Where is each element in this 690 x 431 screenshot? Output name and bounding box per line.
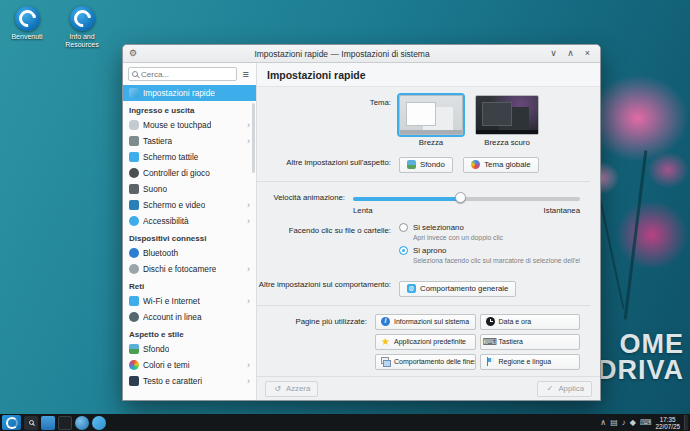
chevron-right-icon: › xyxy=(247,377,250,386)
start-menu-button[interactable] xyxy=(2,415,21,430)
touchscreen-icon xyxy=(129,152,139,162)
global-theme-button[interactable]: Tema globale xyxy=(463,157,538,173)
sidebar-item-tastiera[interactable]: Tastiera › xyxy=(123,133,256,149)
quick-settings-page: Impostazioni rapide Tema: Brezza xyxy=(257,63,600,400)
openmandriva-logo-icon xyxy=(15,6,40,31)
wifi-icon xyxy=(129,296,139,306)
search-box[interactable] xyxy=(128,67,237,81)
animation-speed-slider[interactable] xyxy=(353,192,580,204)
sidebar-item-colori-temi[interactable]: Colori e temi › xyxy=(123,357,256,373)
sidebar-item-controller-gioco[interactable]: Controller di gioco xyxy=(123,165,256,181)
general-behavior-button[interactable]: ⚙ Comportamento generale xyxy=(399,281,516,297)
radio-si-selezionano[interactable]: Si selezionano xyxy=(399,223,580,232)
sidebar-scrollbar[interactable] xyxy=(252,103,255,173)
sidebar-item-sfondo[interactable]: Sfondo xyxy=(123,341,256,357)
sound-icon xyxy=(129,184,139,194)
region-flag-icon xyxy=(486,357,495,366)
window-titlebar[interactable]: ⚙ Impostazioni rapide — Impostazioni di … xyxy=(123,45,600,63)
disks-icon xyxy=(129,264,139,274)
sidebar-item-schermo-tattile[interactable]: Schermo tattile xyxy=(123,149,256,165)
radio-unchecked-icon[interactable] xyxy=(399,223,408,232)
sidebar-menu-button[interactable]: ≡ xyxy=(241,69,251,80)
tray-network-icon[interactable]: ◆ xyxy=(630,419,636,427)
desktop: OME DRIVA Benvenuti Info and Resources ⚙… xyxy=(0,0,690,431)
separator xyxy=(257,181,590,182)
chevron-right-icon: › xyxy=(247,201,250,210)
desktop-icon-label: Info and Resources xyxy=(52,33,112,49)
reset-button[interactable]: ↺ Azzera xyxy=(265,381,318,397)
maximize-button[interactable]: ∧ xyxy=(564,49,577,58)
theme-preview-dark[interactable] xyxy=(475,95,539,135)
section-reti: Reti xyxy=(123,277,256,293)
page-button-tastiera[interactable]: ⌨ Tastiera xyxy=(480,334,581,350)
sidebar-item-schermo-video[interactable]: Schermo e video › xyxy=(123,197,256,213)
windows-icon xyxy=(381,357,390,366)
page-button-regione-lingua[interactable]: Regione e lingua xyxy=(480,354,581,370)
search-input[interactable] xyxy=(141,70,233,79)
chevron-right-icon: › xyxy=(247,121,250,130)
close-button[interactable]: × xyxy=(581,49,594,58)
animation-speed-label: Velocità animazione: xyxy=(257,190,353,202)
radio-si-aprono[interactable]: Si aprono xyxy=(399,246,580,255)
taskbar-terminal-button[interactable] xyxy=(58,416,72,430)
settings-sidebar: ≡ Impostazioni rapide Ingresso e uscita … xyxy=(123,63,257,400)
star-icon: ★ xyxy=(381,337,390,346)
page-title: Impostazioni rapide xyxy=(257,63,600,87)
behavior-gear-icon: ⚙ xyxy=(407,284,416,293)
colors-icon xyxy=(129,360,139,370)
tray-clipboard-icon[interactable]: ▤ xyxy=(610,419,618,427)
sidebar-item-mouse-touchpad[interactable]: Mouse e touchpad › xyxy=(123,117,256,133)
online-accounts-icon xyxy=(129,312,139,322)
window-icon: ⚙ xyxy=(129,49,137,58)
section-ingresso-uscita: Ingresso e uscita xyxy=(123,101,256,117)
desktop-icon-benvenuti[interactable]: Benvenuti xyxy=(0,6,54,41)
wallpaper-flower-stem-2 xyxy=(598,191,625,309)
apply-button[interactable]: ✓ Applica xyxy=(537,381,592,397)
sidebar-item-dischi-fotocamere[interactable]: Dischi e fotocamere › xyxy=(123,261,256,277)
taskbar-search-button[interactable] xyxy=(24,416,38,430)
keyboard-icon: ⌨ xyxy=(486,337,495,346)
slider-fill xyxy=(353,197,460,201)
sidebar-item-account-linea[interactable]: Account in linea xyxy=(123,309,256,325)
radio-checked-icon[interactable] xyxy=(399,246,408,255)
taskbar-clock[interactable]: 17:35 22/07/25 xyxy=(655,416,680,430)
tray-volume-icon[interactable]: ♪ xyxy=(622,419,626,427)
openmandriva-logo-icon xyxy=(70,6,95,31)
pages-label: Pagine più utilizzate: xyxy=(257,314,375,326)
page-button-applicazioni-predefinite[interactable]: ★ Applicazioni predefinite xyxy=(375,334,476,350)
settings-window: ⚙ Impostazioni rapide — Impostazioni di … xyxy=(122,44,601,401)
taskbar-software-center-button[interactable] xyxy=(92,416,106,430)
behavior-label: Altre impostazioni sul comportamento: xyxy=(257,277,399,289)
sidebar-item-bluetooth[interactable]: Bluetooth xyxy=(123,245,256,261)
clock-icon xyxy=(486,317,495,326)
sidebar-item-suono[interactable]: Suono xyxy=(123,181,256,197)
minimize-button[interactable]: ∨ xyxy=(547,49,560,58)
wallpaper-icon xyxy=(407,160,416,169)
taskbar-browser-button[interactable] xyxy=(75,416,89,430)
info-icon: i xyxy=(381,317,390,326)
show-desktop-button[interactable] xyxy=(684,415,688,430)
keyboard-icon xyxy=(129,136,139,146)
tray-expand-icon[interactable]: ∧ xyxy=(600,419,606,427)
taskbar: ∧ ▤ ♪ ◆ ⌨ 17:35 22/07/25 xyxy=(0,414,690,431)
appearance-label: Altre impostazioni sull'aspetto: xyxy=(257,155,399,167)
mouse-icon xyxy=(129,120,139,130)
sidebar-item-testo-caratteri[interactable]: Testo e caratteri › xyxy=(123,373,256,389)
page-button-data-ora[interactable]: Data e ora xyxy=(480,314,581,330)
page-button-comportamento-finestre[interactable]: Comportamento delle finestre xyxy=(375,354,476,370)
slider-handle[interactable] xyxy=(455,192,466,203)
tray-keyboard-icon[interactable]: ⌨ xyxy=(640,419,652,427)
taskbar-file-manager-button[interactable] xyxy=(41,416,55,430)
sidebar-item-impostazioni-rapide[interactable]: Impostazioni rapide xyxy=(123,85,256,101)
wallpaper-watermark: OME DRIVA xyxy=(597,331,684,383)
wallpaper-button[interactable]: Sfondo xyxy=(399,157,453,173)
sidebar-item-wifi-internet[interactable]: Wi-Fi e Internet › xyxy=(123,293,256,309)
page-button-informazioni-sistema[interactable]: i Informazioni sul sistema xyxy=(375,314,476,330)
theme-card-brezza-scuro[interactable]: Brezza scuro xyxy=(475,95,539,147)
desktop-icon-info-resources[interactable]: Info and Resources xyxy=(52,6,112,49)
chevron-right-icon: › xyxy=(247,265,250,274)
slider-label-slow: Lenta xyxy=(353,206,373,215)
sidebar-item-accessibilita[interactable]: Accessibilità › xyxy=(123,213,256,229)
theme-card-brezza[interactable]: Brezza xyxy=(399,95,463,147)
theme-preview-light[interactable] xyxy=(399,95,463,135)
